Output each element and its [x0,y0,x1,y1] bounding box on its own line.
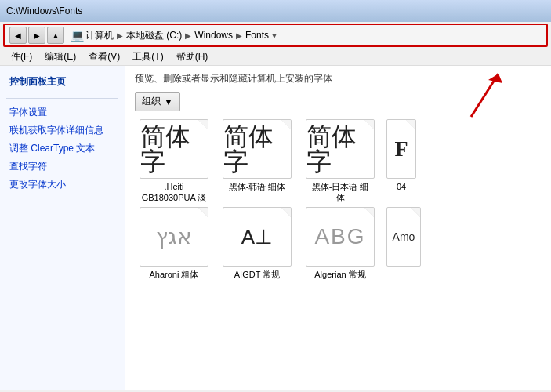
font-item-heiti-japanese[interactable]: 简体字 黑体-日本语 细体 [301,119,379,204]
font-item-heiti-korean[interactable]: 简体字 黑体-韩语 细体 [218,119,296,204]
font-label-04: 04 [384,181,419,192]
font-preview-aharoni: אגץ [156,226,192,248]
font-icon-aigdt: A⊥ [223,207,292,267]
font-preview-heiti-japanese: 简体字 [306,124,374,174]
crumb-windows[interactable]: Windows [194,30,233,41]
font-icon-heiti-japanese: 简体字 [306,119,375,179]
title-text: C:\Windows\Fonts [6,5,82,16]
sidebar-item-cleartype[interactable]: 调整 ClearType 文本 [0,140,125,158]
crumb-local-disk-label: 本地磁盘 (C:) [126,29,182,42]
breadcrumb: 💻 计算机 ▶ 本地磁盘 (C:) ▶ Windows ▶ Fonts ▼ [66,29,542,42]
menu-edit[interactable]: 编辑(E) [40,49,81,65]
font-icon-aharoni: אגץ [140,207,208,267]
font-preview-heiti-korean: 简体字 [223,124,291,174]
font-grid-row2: אגץ Aharoni 粗体 A⊥ AIGDT 常规 ABG Algerian … [135,207,542,280]
font-preview-algerian: ABG [314,226,365,248]
sidebar-item-font-settings[interactable]: 字体设置 [0,103,125,122]
crumb-local-disk[interactable]: 本地磁盘 (C:) [126,29,182,42]
crumb-computer[interactable]: 💻 计算机 [71,29,114,42]
menu-file[interactable]: 件(F) [6,49,37,65]
font-label-heiti-japanese: 黑体-日本语 细体 [301,181,379,204]
font-preview-aigdt: A⊥ [241,227,273,247]
font-icon-heiti: 简体字 [140,119,208,179]
crumb-windows-label: Windows [194,30,233,41]
sidebar-title: 控制面板主页 [0,72,125,93]
arrow-annotation [448,66,510,123]
font-item-aharoni[interactable]: אגץ Aharoni 粗体 [135,207,213,280]
svg-marker-1 [488,74,502,83]
main-layout: 控制面板主页 字体设置 联机获取字体详细信息 调整 ClearType 文本 查… [0,66,551,390]
font-label-aigdt: AIGDT 常规 [218,269,296,280]
red-arrow-svg [448,66,510,121]
sidebar-item-online-info[interactable]: 联机获取字体详细信息 [0,122,125,140]
up-button[interactable]: ▲ [47,27,64,44]
font-preview-amd: Amo [393,231,415,242]
font-label-aharoni: Aharoni 粗体 [135,269,213,280]
description-row: 预览、删除或者显示和隐藏计算机上安装的字体 [135,72,542,85]
font-item-amd-partial[interactable]: Amo [384,207,423,280]
font-icon-04: F [386,119,416,179]
font-icon-heiti-korean: 简体字 [223,119,292,179]
font-item-algerian[interactable]: ABG Algerian 常规 [301,207,379,280]
font-grid-row1: 简体字 .HeitiGB18030PUA 淡 简体字 黑体-韩语 细体 简体字 … [135,119,542,204]
font-icon-algerian: ABG [306,207,375,267]
menu-bar: 件(F) 编辑(E) 查看(V) 工具(T) 帮助(H) [0,49,551,66]
sidebar-item-change-size[interactable]: 更改字体大小 [0,176,125,194]
organize-button[interactable]: 组织 ▼ [135,92,180,111]
font-item-heiti[interactable]: 简体字 .HeitiGB18030PUA 淡 [135,119,213,204]
back-button[interactable]: ◀ [9,27,27,44]
crumb-fonts-dropdown[interactable]: ▼ [270,31,278,40]
menu-tools[interactable]: 工具(T) [128,49,168,65]
crumb-arrow-1: ▶ [117,31,123,40]
font-preview-heiti: 简体字 [140,124,208,174]
address-bar: ◀ ▶ ▲ 💻 计算机 ▶ 本地磁盘 (C:) ▶ Windows ▶ Font… [3,24,548,47]
font-icon-amd: Amo [386,207,421,267]
organize-dropdown-icon: ▼ [164,96,173,107]
font-label-heiti: .HeitiGB18030PUA 淡 [135,181,213,204]
menu-help[interactable]: 帮助(H) [172,49,213,65]
crumb-computer-label: 计算机 [85,29,114,42]
crumb-arrow-2: ▶ [185,31,191,40]
font-item-04-partial[interactable]: F 04 [384,119,419,204]
font-preview-04: F [394,138,408,160]
content-area: 预览、删除或者显示和隐藏计算机上安装的字体 组织 ▼ [125,66,551,390]
font-label-heiti-korean: 黑体-韩语 细体 [218,181,296,192]
forward-button[interactable]: ▶ [28,27,45,44]
font-item-aigdt[interactable]: A⊥ AIGDT 常规 [218,207,296,280]
title-bar: C:\Windows\Fonts [0,0,551,22]
menu-view[interactable]: 查看(V) [84,49,125,65]
crumb-fonts[interactable]: Fonts ▼ [245,30,278,41]
sidebar-item-find-char[interactable]: 查找字符 [0,158,125,176]
crumb-arrow-3: ▶ [236,31,242,40]
font-label-algerian: Algerian 常规 [301,269,379,280]
organize-label: 组织 [142,95,161,108]
crumb-fonts-label: Fonts [245,30,269,41]
sidebar: 控制面板主页 字体设置 联机获取字体详细信息 调整 ClearType 文本 查… [0,66,125,390]
sidebar-divider-1 [6,98,118,99]
